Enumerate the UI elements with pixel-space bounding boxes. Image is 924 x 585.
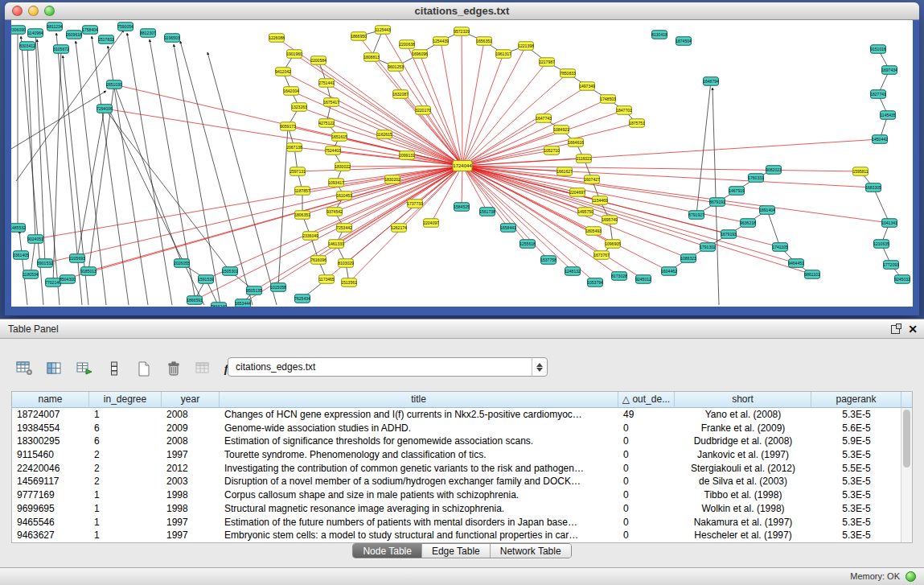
table-row[interactable]: 911546021997Tourette syndrome. Phenomeno… — [12, 448, 901, 462]
graph-node[interactable]: 1221398 — [518, 42, 534, 51]
graph-node[interactable]: 1664616 — [568, 138, 584, 147]
column-header-out_degree[interactable]: △ out_de... — [618, 392, 675, 408]
graph-node[interactable]: 1961317 — [495, 50, 511, 59]
graph-node[interactable]: 2609618 — [66, 31, 82, 39]
graph-node[interactable]: 4275122 — [318, 119, 335, 128]
graph-node[interactable]: 1875751 — [629, 119, 645, 128]
graph-node[interactable]: 1805493 — [585, 227, 602, 236]
graph-node[interactable]: 1847701 — [616, 106, 632, 115]
column-header-pagerank[interactable]: pagerank — [811, 392, 901, 408]
graph-node[interactable]: 2099131 — [399, 151, 415, 160]
graph-node[interactable]: 1262174 — [391, 224, 407, 233]
graph-node[interactable]: 5901532 — [37, 259, 53, 268]
graph-node[interactable]: 2517832 — [98, 35, 114, 44]
graph-node[interactable]: 1901960 — [286, 50, 302, 59]
graph-node[interactable]: 1505301 — [222, 267, 238, 276]
graph-node[interactable]: 1642004 — [283, 87, 299, 96]
graph-node[interactable]: 2205693 — [69, 254, 85, 263]
graph-node[interactable]: 1254439 — [433, 37, 449, 46]
graph-node[interactable]: 2336049 — [302, 232, 318, 241]
graph-node[interactable]: 7616096 — [310, 256, 326, 265]
graph-node[interactable]: 9811234 — [47, 23, 62, 31]
graph-node[interactable]: 9185013 — [80, 267, 97, 276]
graph-node[interactable]: 8303412 — [19, 42, 35, 51]
graph-node[interactable]: 9245012 — [635, 275, 651, 284]
graph-node[interactable]: 9861101 — [804, 270, 819, 279]
graph-node[interactable]: 1561738 — [479, 208, 495, 216]
graph-node[interactable]: 1827741 — [870, 90, 886, 99]
tab-node-table[interactable]: Node Table — [353, 544, 421, 558]
graph-node[interactable]: 2026055 — [174, 259, 190, 268]
graph-node[interactable]: 1015058 — [270, 283, 286, 292]
graph-node[interactable]: 9636218 — [740, 219, 756, 228]
graph-node[interactable]: 1874504 — [676, 37, 692, 46]
graph-node[interactable]: 1675417 — [323, 98, 339, 107]
graph-node[interactable]: 1513561 — [341, 278, 357, 287]
graph-node[interactable]: 9374542 — [326, 208, 343, 216]
graph-node[interactable]: 1866950 — [351, 32, 367, 41]
table-body[interactable]: 1872400712008Changes of HCN gene express… — [12, 408, 901, 542]
graph-node[interactable]: 1145435 — [880, 111, 895, 120]
column-header-short[interactable]: short — [675, 392, 811, 408]
graph-node[interactable]: 1695749 — [602, 216, 618, 225]
graph-node[interactable]: 1683305 — [865, 183, 881, 192]
graph-node[interactable]: 1248132 — [565, 267, 581, 276]
graph-node[interactable]: 1187857 — [294, 187, 310, 196]
graph-node[interactable]: 1647743 — [536, 114, 552, 123]
graph-node[interactable]: 1497349 — [579, 82, 595, 91]
graph-node[interactable]: 2751441 — [318, 79, 335, 88]
graph-node[interactable]: 1696096 — [412, 50, 428, 59]
graph-node[interactable]: 1226088 — [269, 34, 285, 43]
table-row[interactable]: 977716911998Corpus callosum shape and si… — [12, 488, 901, 502]
graph-node[interactable]: 2116021 — [576, 154, 591, 163]
trash-icon[interactable] — [163, 359, 184, 378]
minimize-button[interactable] — [28, 6, 39, 16]
graph-node[interactable]: 9505135 — [246, 286, 262, 295]
graph-node[interactable]: 2067138 — [286, 143, 302, 152]
table-row[interactable]: 946362711997Embryonic stem cells: a mode… — [12, 529, 901, 542]
graph-node[interactable]: 1210635 — [873, 240, 889, 249]
table-row[interactable]: 946554611997Estimation of the future num… — [12, 516, 901, 529]
table-settings-icon[interactable] — [14, 359, 35, 378]
graph-node[interactable]: 1591539 — [198, 275, 214, 284]
graph-node[interactable]: 1607427 — [584, 175, 600, 184]
graph-node[interactable]: 8103029 — [338, 259, 354, 268]
graph-node[interactable]: 1323263 — [291, 103, 307, 112]
graph-node[interactable]: 2651030 — [106, 80, 122, 89]
graph-node[interactable]: 7253442 — [336, 224, 352, 233]
graph-node[interactable]: 7850833 — [560, 69, 576, 78]
graph-node[interactable]: 2204097 — [423, 219, 439, 228]
table-row[interactable]: 1938455462009Genome-wide association stu… — [12, 422, 901, 435]
graph-node[interactable]: 1485532 — [11, 224, 26, 233]
graph-node[interactable]: 1088323 — [680, 254, 696, 263]
graph-node[interactable]: 1808813 — [363, 53, 380, 62]
graph-node[interactable]: 1052710 — [544, 146, 560, 155]
column-header-in_degree[interactable]: in_degree — [89, 392, 162, 408]
graph-node[interactable]: 1180534 — [23, 270, 38, 279]
graph-node[interactable]: 1140984 — [27, 29, 43, 38]
graph-node[interactable]: 1450442 — [872, 135, 888, 144]
graph-node[interactable]: 8504300 — [60, 275, 76, 284]
graph-node[interactable]: 1830022 — [335, 163, 351, 171]
graph-node[interactable]: 7702146 — [45, 278, 61, 287]
graph-node[interactable]: 1891404 — [759, 206, 775, 215]
rows-icon[interactable] — [104, 359, 125, 378]
graph-node[interactable]: 9024051 — [27, 235, 43, 244]
graph-node[interactable]: 9082021 — [766, 166, 782, 175]
graph-node[interactable]: 2200638 — [399, 40, 415, 49]
graph-node[interactable]: 1495750 — [577, 208, 593, 216]
graph-node[interactable]: 9059173 — [280, 122, 296, 131]
graph-node[interactable]: 1610453 — [336, 192, 352, 200]
network-window-titlebar[interactable]: citations_edges.txt — [5, 2, 919, 20]
graph-node[interactable]: 1093417 — [328, 179, 344, 187]
float-panel-icon[interactable] — [891, 325, 900, 334]
graph-node[interactable]: 1096905 — [605, 240, 621, 249]
graph-node[interactable]: 1537758 — [540, 256, 556, 265]
graph-node[interactable]: 8812307 — [140, 29, 156, 38]
graph-node[interactable]: 9151016 — [870, 45, 886, 54]
graph-node[interactable]: 7294006 — [97, 105, 113, 113]
graph-node[interactable]: 9245032 — [894, 275, 910, 284]
graph-node[interactable]: 1741105 — [772, 243, 787, 252]
graph-node[interactable]: 3220170 — [415, 106, 431, 115]
graph-node[interactable]: 1758404 — [82, 26, 98, 35]
